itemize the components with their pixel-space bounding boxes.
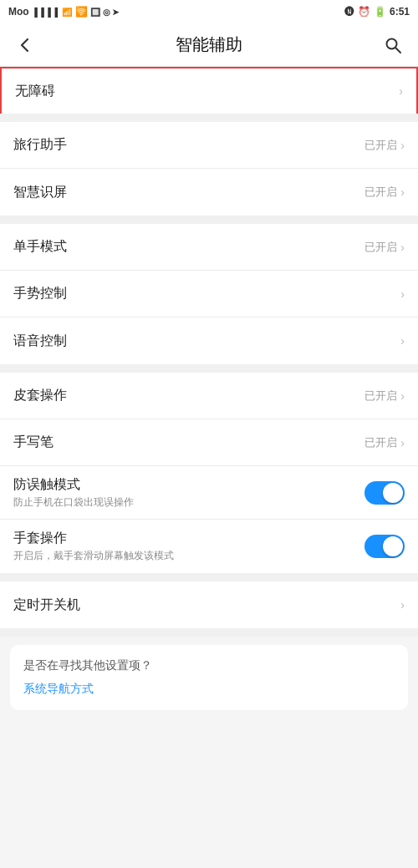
back-button[interactable]: [12, 32, 38, 58]
item-anti-mistouch[interactable]: 防误触模式 防止手机在口袋出现误操作: [0, 466, 418, 520]
section-accessibility: 无障碍 ›: [0, 67, 418, 114]
section-accessories: 皮套操作 已开启 › 手写笔 已开启 › 防误触模式 防止手机在口袋出现误操作 …: [0, 373, 418, 573]
divider-3: [0, 364, 418, 373]
item-right-anti: [364, 481, 405, 505]
wifi-icon: 🛜: [75, 6, 88, 18]
item-right-glove: [364, 535, 405, 558]
item-scheduled-shutdown[interactable]: 定时开关机 ›: [0, 581, 418, 628]
network-icon: 🅝: [344, 6, 354, 18]
time-display: 6:51: [390, 6, 410, 18]
item-title-glove: 手套操作: [13, 530, 174, 547]
item-left-wuzhanhai: 无障碍: [15, 83, 55, 100]
item-title-shutdown: 定时开关机: [13, 596, 80, 614]
item-right-gesture: ›: [400, 287, 405, 301]
status-right: 🅝 ⏰ 🔋 6:51: [344, 6, 410, 18]
chevron-icon-cover: ›: [400, 389, 405, 403]
item-single-hand[interactable]: 单手模式 已开启 ›: [0, 224, 418, 271]
section-timer: 定时开关机 ›: [0, 581, 418, 628]
divider-4: [0, 573, 418, 581]
chevron-icon-single: ›: [400, 241, 405, 254]
item-stylus[interactable]: 手写笔 已开启 ›: [0, 419, 418, 466]
item-left-glove: 手套操作 开启后，戴手套滑动屏幕触发该模式: [13, 530, 174, 563]
divider-2: [0, 216, 418, 224]
item-wuzhanhai[interactable]: 无障碍 ›: [0, 67, 418, 114]
extra-icons: 🔲 ◎ ➤: [90, 8, 120, 17]
search-card-title: 是否在寻找其他设置项？: [23, 658, 395, 673]
item-title-single: 单手模式: [13, 238, 67, 256]
item-right-wuzhanhai: ›: [399, 84, 403, 98]
item-title-anti: 防误触模式: [13, 476, 134, 494]
item-title-smart: 智慧识屏: [13, 184, 67, 201]
item-left-cover: 皮套操作: [13, 387, 67, 404]
item-title-cover: 皮套操作: [13, 387, 67, 404]
item-subtitle-anti: 防止手机在口袋出现误操作: [13, 495, 134, 510]
toggle-glove[interactable]: [364, 535, 405, 558]
divider-5: [0, 628, 418, 637]
signal-icons: ▐▐▐▐ 📶: [32, 8, 73, 17]
search-button[interactable]: [380, 32, 406, 58]
chevron-icon-stylus: ›: [400, 436, 405, 449]
status-moo: Moo: [8, 6, 29, 18]
item-left-shutdown: 定时开关机: [13, 596, 80, 614]
item-title-stylus: 手写笔: [13, 434, 54, 451]
nav-bar: 智能辅助: [0, 23, 418, 67]
item-left-gesture: 手势控制: [13, 285, 67, 302]
item-left-single: 单手模式: [13, 238, 67, 256]
section-travel: 旅行助手 已开启 › 智慧识屏 已开启 ›: [0, 122, 418, 216]
chevron-icon-shutdown: ›: [400, 598, 405, 612]
item-left-travel: 旅行助手: [13, 136, 67, 154]
item-right-single: 已开启 ›: [364, 240, 405, 255]
item-title-travel: 旅行助手: [13, 136, 67, 154]
toggle-anti-mistouch[interactable]: [364, 481, 405, 505]
item-title-voice: 语音控制: [13, 332, 67, 350]
item-left-anti: 防误触模式 防止手机在口袋出现误操作: [13, 476, 134, 510]
item-smart-screen[interactable]: 智慧识屏 已开启 ›: [0, 169, 418, 216]
item-right-voice: ›: [400, 334, 405, 348]
item-right-shutdown: ›: [400, 598, 405, 612]
item-right-travel: 已开启 ›: [364, 138, 405, 153]
item-left-voice: 语音控制: [13, 332, 67, 350]
chevron-icon: ›: [399, 84, 403, 98]
battery-icon: 🔋: [374, 6, 386, 18]
item-gesture[interactable]: 手势控制 ›: [0, 271, 418, 317]
status-left: Moo ▐▐▐▐ 📶 🛜 🔲 ◎ ➤: [8, 6, 119, 18]
search-card-link[interactable]: 系统导航方式: [23, 682, 395, 697]
status-bar: Moo ▐▐▐▐ 📶 🛜 🔲 ◎ ➤ 🅝 ⏰ 🔋 6:51: [0, 0, 418, 23]
chevron-icon-travel: ›: [400, 139, 405, 152]
item-right-stylus: 已开启 ›: [364, 435, 405, 450]
item-subtitle-glove: 开启后，戴手套滑动屏幕触发该模式: [13, 549, 174, 563]
svg-line-1: [395, 48, 400, 53]
chevron-icon-voice: ›: [400, 334, 405, 348]
item-right-smart: 已开启 ›: [364, 185, 405, 200]
item-title-wuzhanhai: 无障碍: [15, 83, 55, 100]
item-status-single: 已开启: [364, 240, 397, 255]
page-title: 智能辅助: [176, 33, 242, 56]
search-card: 是否在寻找其他设置项？ 系统导航方式: [10, 645, 408, 710]
item-travel-assist[interactable]: 旅行助手 已开启 ›: [0, 122, 418, 169]
chevron-icon-gesture: ›: [400, 287, 405, 301]
chevron-icon-smart: ›: [400, 185, 405, 199]
item-cover-ops[interactable]: 皮套操作 已开启 ›: [0, 373, 418, 419]
item-glove[interactable]: 手套操作 开启后，戴手套滑动屏幕触发该模式: [0, 520, 418, 573]
item-right-cover: 已开启 ›: [364, 388, 405, 404]
item-status-stylus: 已开启: [364, 435, 397, 450]
item-title-gesture: 手势控制: [13, 285, 67, 302]
item-status-travel: 已开启: [364, 138, 397, 153]
item-voice[interactable]: 语音控制 ›: [0, 317, 418, 364]
item-left-smart: 智慧识屏: [13, 184, 67, 201]
item-status-smart: 已开启: [364, 185, 397, 200]
clock-icon: ⏰: [358, 6, 370, 18]
section-interaction: 单手模式 已开启 › 手势控制 › 语音控制 ›: [0, 224, 418, 364]
divider-1: [0, 114, 418, 122]
item-left-stylus: 手写笔: [13, 434, 54, 451]
item-status-cover: 已开启: [364, 388, 397, 404]
